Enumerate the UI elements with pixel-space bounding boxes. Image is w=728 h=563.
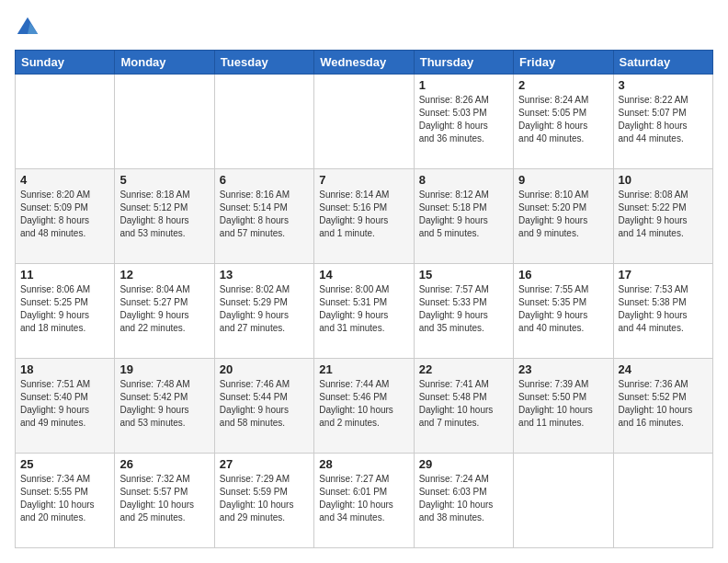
day-number: 6 <box>220 173 309 187</box>
day-info: Sunrise: 8:10 AM Sunset: 5:20 PM Dayligh… <box>518 189 608 240</box>
day-number: 13 <box>220 268 309 282</box>
dow-header: Saturday <box>613 51 712 75</box>
day-info: Sunrise: 8:14 AM Sunset: 5:16 PM Dayligh… <box>319 189 408 240</box>
calendar-cell: 10Sunrise: 8:08 AM Sunset: 5:22 PM Dayli… <box>613 169 712 264</box>
day-info: Sunrise: 8:24 AM Sunset: 5:05 PM Dayligh… <box>518 94 608 145</box>
day-number: 25 <box>20 457 109 471</box>
day-number: 20 <box>220 362 309 376</box>
calendar-cell <box>115 75 214 169</box>
dow-header: Thursday <box>414 51 513 75</box>
calendar-week-row: 11Sunrise: 8:06 AM Sunset: 5:25 PM Dayli… <box>16 264 713 359</box>
calendar-cell <box>16 75 115 169</box>
calendar: SundayMondayTuesdayWednesdayThursdayFrid… <box>15 50 713 548</box>
day-number: 3 <box>619 78 708 92</box>
day-info: Sunrise: 8:22 AM Sunset: 5:07 PM Dayligh… <box>619 94 708 145</box>
day-info: Sunrise: 8:16 AM Sunset: 5:14 PM Dayligh… <box>220 189 309 240</box>
day-number: 26 <box>119 457 209 471</box>
day-info: Sunrise: 7:44 AM Sunset: 5:46 PM Dayligh… <box>319 378 408 430</box>
day-info: Sunrise: 7:41 AM Sunset: 5:48 PM Dayligh… <box>419 378 508 430</box>
calendar-cell: 3Sunrise: 8:22 AM Sunset: 5:07 PM Daylig… <box>613 75 712 169</box>
day-info: Sunrise: 7:55 AM Sunset: 5:35 PM Dayligh… <box>518 283 608 335</box>
calendar-week-row: 1Sunrise: 8:26 AM Sunset: 5:03 PM Daylig… <box>16 75 713 169</box>
dow-header: Friday <box>514 51 613 75</box>
day-number: 22 <box>419 362 508 376</box>
calendar-cell: 16Sunrise: 7:55 AM Sunset: 5:35 PM Dayli… <box>514 264 613 359</box>
day-number: 23 <box>518 362 608 376</box>
calendar-cell: 25Sunrise: 7:34 AM Sunset: 5:55 PM Dayli… <box>16 454 115 548</box>
dow-header: Monday <box>115 51 214 75</box>
calendar-week-row: 25Sunrise: 7:34 AM Sunset: 5:55 PM Dayli… <box>16 454 713 548</box>
day-number: 11 <box>20 268 109 282</box>
calendar-cell: 18Sunrise: 7:51 AM Sunset: 5:40 PM Dayli… <box>16 359 115 454</box>
day-info: Sunrise: 7:27 AM Sunset: 6:01 PM Dayligh… <box>319 473 408 524</box>
dow-header: Tuesday <box>214 51 313 75</box>
calendar-week-row: 4Sunrise: 8:20 AM Sunset: 5:09 PM Daylig… <box>16 169 713 264</box>
calendar-cell: 28Sunrise: 7:27 AM Sunset: 6:01 PM Dayli… <box>314 454 414 548</box>
calendar-cell: 15Sunrise: 7:57 AM Sunset: 5:33 PM Dayli… <box>414 264 513 359</box>
day-info: Sunrise: 7:53 AM Sunset: 5:38 PM Dayligh… <box>619 283 708 335</box>
day-info: Sunrise: 7:32 AM Sunset: 5:57 PM Dayligh… <box>119 473 209 524</box>
day-number: 9 <box>518 173 608 187</box>
day-number: 18 <box>20 362 109 376</box>
calendar-cell: 8Sunrise: 8:12 AM Sunset: 5:18 PM Daylig… <box>414 169 513 264</box>
calendar-cell: 4Sunrise: 8:20 AM Sunset: 5:09 PM Daylig… <box>16 169 115 264</box>
day-info: Sunrise: 8:18 AM Sunset: 5:12 PM Dayligh… <box>119 189 209 240</box>
calendar-cell: 13Sunrise: 8:02 AM Sunset: 5:29 PM Dayli… <box>214 264 313 359</box>
calendar-cell: 11Sunrise: 8:06 AM Sunset: 5:25 PM Dayli… <box>16 264 115 359</box>
calendar-cell: 14Sunrise: 8:00 AM Sunset: 5:31 PM Dayli… <box>314 264 414 359</box>
day-number: 19 <box>119 362 209 376</box>
day-number: 28 <box>319 457 408 471</box>
day-number: 17 <box>619 268 708 282</box>
day-info: Sunrise: 7:24 AM Sunset: 6:03 PM Dayligh… <box>419 473 508 524</box>
calendar-cell: 2Sunrise: 8:24 AM Sunset: 5:05 PM Daylig… <box>514 75 613 169</box>
day-number: 21 <box>319 362 408 376</box>
day-of-week-row: SundayMondayTuesdayWednesdayThursdayFrid… <box>16 51 713 75</box>
day-number: 29 <box>419 457 508 471</box>
calendar-cell <box>613 454 712 548</box>
calendar-body: 1Sunrise: 8:26 AM Sunset: 5:03 PM Daylig… <box>16 75 713 548</box>
day-info: Sunrise: 7:29 AM Sunset: 5:59 PM Dayligh… <box>220 473 309 524</box>
page: SundayMondayTuesdayWednesdayThursdayFrid… <box>0 0 728 563</box>
calendar-cell: 26Sunrise: 7:32 AM Sunset: 5:57 PM Dayli… <box>115 454 214 548</box>
day-number: 10 <box>619 173 708 187</box>
dow-header: Wednesday <box>314 51 414 75</box>
day-info: Sunrise: 8:00 AM Sunset: 5:31 PM Dayligh… <box>319 283 408 335</box>
calendar-cell: 22Sunrise: 7:41 AM Sunset: 5:48 PM Dayli… <box>414 359 513 454</box>
calendar-cell <box>214 75 313 169</box>
calendar-cell: 23Sunrise: 7:39 AM Sunset: 5:50 PM Dayli… <box>514 359 613 454</box>
day-info: Sunrise: 7:46 AM Sunset: 5:44 PM Dayligh… <box>220 378 309 430</box>
calendar-cell: 24Sunrise: 7:36 AM Sunset: 5:52 PM Dayli… <box>613 359 712 454</box>
day-number: 27 <box>220 457 309 471</box>
day-number: 2 <box>518 78 608 92</box>
header <box>15 15 713 40</box>
day-info: Sunrise: 8:06 AM Sunset: 5:25 PM Dayligh… <box>20 283 109 335</box>
day-number: 5 <box>119 173 209 187</box>
day-number: 4 <box>20 173 109 187</box>
day-number: 1 <box>419 78 508 92</box>
day-info: Sunrise: 8:26 AM Sunset: 5:03 PM Dayligh… <box>419 94 508 145</box>
day-number: 8 <box>419 173 508 187</box>
day-number: 24 <box>619 362 708 376</box>
day-number: 12 <box>119 268 209 282</box>
day-number: 16 <box>518 268 608 282</box>
calendar-cell: 12Sunrise: 8:04 AM Sunset: 5:27 PM Dayli… <box>115 264 214 359</box>
logo-icon <box>15 15 40 40</box>
dow-header: Sunday <box>16 51 115 75</box>
calendar-cell: 6Sunrise: 8:16 AM Sunset: 5:14 PM Daylig… <box>214 169 313 264</box>
calendar-cell: 20Sunrise: 7:46 AM Sunset: 5:44 PM Dayli… <box>214 359 313 454</box>
day-info: Sunrise: 8:04 AM Sunset: 5:27 PM Dayligh… <box>119 283 209 335</box>
day-info: Sunrise: 8:12 AM Sunset: 5:18 PM Dayligh… <box>419 189 508 240</box>
calendar-week-row: 18Sunrise: 7:51 AM Sunset: 5:40 PM Dayli… <box>16 359 713 454</box>
calendar-cell: 19Sunrise: 7:48 AM Sunset: 5:42 PM Dayli… <box>115 359 214 454</box>
day-info: Sunrise: 7:51 AM Sunset: 5:40 PM Dayligh… <box>20 378 109 430</box>
day-info: Sunrise: 8:02 AM Sunset: 5:29 PM Dayligh… <box>220 283 309 335</box>
day-number: 14 <box>319 268 408 282</box>
calendar-cell: 1Sunrise: 8:26 AM Sunset: 5:03 PM Daylig… <box>414 75 513 169</box>
calendar-cell: 9Sunrise: 8:10 AM Sunset: 5:20 PM Daylig… <box>514 169 613 264</box>
day-number: 7 <box>319 173 408 187</box>
calendar-cell: 21Sunrise: 7:44 AM Sunset: 5:46 PM Dayli… <box>314 359 414 454</box>
day-info: Sunrise: 7:36 AM Sunset: 5:52 PM Dayligh… <box>619 378 708 430</box>
logo <box>15 15 44 40</box>
day-info: Sunrise: 7:34 AM Sunset: 5:55 PM Dayligh… <box>20 473 109 524</box>
day-info: Sunrise: 7:57 AM Sunset: 5:33 PM Dayligh… <box>419 283 508 335</box>
